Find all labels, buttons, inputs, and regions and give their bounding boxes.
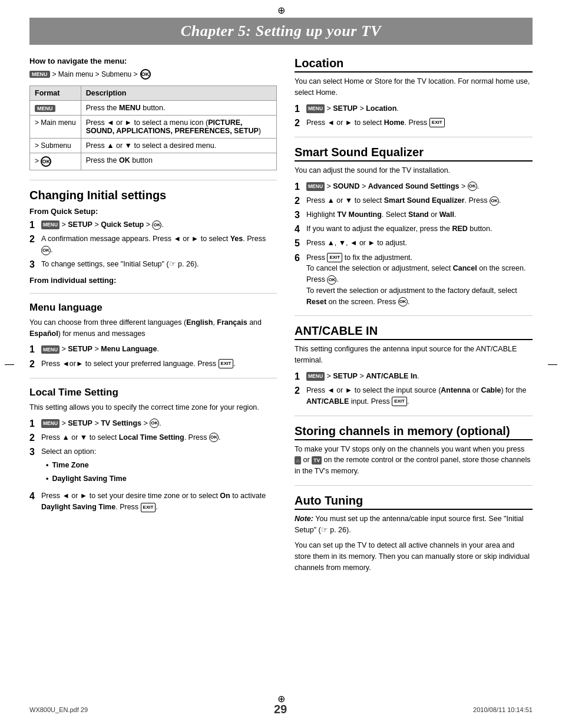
menu-btn: MENU bbox=[41, 345, 59, 354]
step-content: A confirmation message appears. Press ◄ … bbox=[41, 233, 277, 256]
step-content: Press ◄or► to select your preferred lang… bbox=[41, 358, 277, 370]
chapter-title: Chapter 5: Setting up your TV bbox=[29, 22, 533, 40]
step-number: 1 bbox=[29, 418, 38, 429]
table-row: > Submenu Press ▲ or ▼ to select a desir… bbox=[30, 139, 277, 153]
step-number: 3 bbox=[29, 259, 38, 270]
col-format: Format bbox=[30, 86, 81, 101]
exit-btn: EXIT bbox=[219, 359, 234, 368]
note-label: Note: bbox=[295, 515, 313, 523]
exit-btn: EXIT bbox=[141, 503, 156, 512]
ok-btn: OK bbox=[150, 419, 159, 428]
step: 1 MENU > SETUP > Quick Setup > OK. bbox=[29, 219, 277, 230]
divider bbox=[295, 137, 533, 137]
quick-setup-steps: 1 MENU > SETUP > Quick Setup > OK. 2 A c… bbox=[29, 219, 277, 270]
step: 1 MENU > SETUP > Location. bbox=[295, 103, 533, 114]
page-container: ⊕ — — ⊕ Chapter 5: Setting up your TV Ho… bbox=[0, 0, 562, 728]
bullet-item: Daylight Saving Time bbox=[46, 473, 277, 485]
nav-table: Format Description MENU Press the MENU b… bbox=[29, 85, 277, 170]
desc-ok: Press the OK button bbox=[81, 153, 276, 170]
divider bbox=[29, 378, 277, 378]
local-time-section: Local Time Setting This setting allows y… bbox=[29, 387, 277, 513]
tv-btn: TV bbox=[312, 456, 322, 465]
col-description: Description bbox=[81, 86, 276, 101]
exit-btn: EXIT bbox=[392, 397, 407, 406]
step-number: 4 bbox=[295, 223, 303, 235]
divider bbox=[295, 416, 533, 416]
page-footer: WX800U_EN.pdf 29 29 2010/08/11 10:14:51 bbox=[0, 703, 562, 716]
step-number: 2 bbox=[29, 432, 38, 443]
step-content: To change settings, see "Initial Setup" … bbox=[41, 259, 277, 270]
step-number: 1 bbox=[295, 371, 303, 382]
step: 3 To change settings, see "Initial Setup… bbox=[29, 259, 277, 270]
step-number: 5 bbox=[295, 238, 303, 249]
divider bbox=[295, 485, 533, 486]
step-number: 2 bbox=[295, 195, 303, 206]
menu-language-body: You can choose from three different lang… bbox=[29, 317, 277, 340]
format-ok: > OK bbox=[30, 153, 81, 170]
step-content: Press ◄ or ► to set your desire time zon… bbox=[41, 490, 277, 513]
smart-sound-heading: Smart Sound Equalizer bbox=[295, 146, 533, 162]
exit-btn: EXIT bbox=[429, 118, 445, 127]
location-section: Location You can select Home or Store fo… bbox=[295, 57, 533, 129]
right-side-mark: — bbox=[548, 359, 557, 370]
desc-submenu: Press ▲ or ▼ to select a desired menu. bbox=[81, 139, 276, 153]
table-row: > OK Press the OK button bbox=[30, 153, 277, 170]
step-content: MENU > SETUP > Location. bbox=[306, 103, 533, 114]
step-content: MENU > SETUP > Quick Setup > OK. bbox=[41, 219, 277, 230]
location-steps: 1 MENU > SETUP > Location. 2 Press ◄ or … bbox=[295, 103, 533, 129]
page-number: 29 bbox=[274, 703, 287, 716]
step-number: 4 bbox=[29, 490, 38, 502]
step: 1 MENU > SETUP > ANT/CABLE In. bbox=[295, 371, 533, 382]
step: 1 MENU > SOUND > Advanced Sound Settings… bbox=[295, 181, 533, 192]
desc-menu: Press the MENU button. bbox=[81, 101, 276, 116]
step: 2 Press ◄ or ► to select the input sourc… bbox=[295, 385, 533, 407]
changing-initial-heading: Changing Initial settings bbox=[29, 189, 277, 202]
step-number: 3 bbox=[29, 446, 38, 457]
step-content: Press ▲ or ▼ to select Local Time Settin… bbox=[41, 432, 277, 443]
step-content: MENU > SOUND > Advanced Sound Settings >… bbox=[306, 181, 533, 192]
divider bbox=[29, 293, 277, 294]
format-menu: MENU bbox=[30, 101, 81, 116]
step: 2 Press ◄or► to select your preferred la… bbox=[29, 358, 277, 370]
nav-path-text: > Main menu > Submenu > bbox=[52, 70, 138, 78]
menu-btn: MENU bbox=[306, 104, 325, 113]
step-number: 1 bbox=[295, 181, 303, 192]
nav-path: MENU > Main menu > Submenu > OK bbox=[29, 69, 277, 80]
format-mainmenu: > Main menu bbox=[30, 116, 81, 139]
auto-tuning-body: You can set up the TV to detect all acti… bbox=[295, 540, 533, 573]
step-number: 3 bbox=[295, 209, 303, 220]
ok-button-icon: OK bbox=[140, 69, 151, 80]
ok-btn: OK bbox=[327, 275, 336, 285]
menu-icon-small: MENU bbox=[35, 105, 55, 112]
right-column: Location You can select Home or Store fo… bbox=[295, 57, 533, 578]
left-column: How to navigate the menu: MENU > Main me… bbox=[29, 57, 277, 578]
bullet-list: Time Zone Daylight Saving Time bbox=[46, 460, 277, 485]
step-number: 1 bbox=[29, 219, 38, 230]
ok-btn: OK bbox=[490, 196, 499, 206]
ant-cable-body: This setting configures the antenna inpu… bbox=[295, 344, 533, 366]
step-content: Select an option: Time Zone Daylight Sav… bbox=[41, 446, 277, 487]
location-body: You can select Home or Store for the TV … bbox=[295, 76, 533, 98]
smart-sound-body: You can adjust the sound for the TV inst… bbox=[295, 165, 533, 176]
home-btn: ⌂ bbox=[295, 456, 301, 465]
menu-btn: MENU bbox=[41, 419, 59, 428]
step-content: Press ◄ or ► to select Home. Press EXIT bbox=[306, 117, 533, 129]
smart-sound-steps: 1 MENU > SOUND > Advanced Sound Settings… bbox=[295, 181, 533, 308]
step-number: 1 bbox=[295, 103, 303, 114]
local-time-body: This setting allows you to specify the c… bbox=[29, 402, 277, 413]
menu-language-steps: 1 MENU > SETUP > Menu Language. 2 Press … bbox=[29, 344, 277, 369]
footer-left: WX800U_EN.pdf 29 bbox=[29, 706, 88, 713]
step: 4 Press ◄ or ► to set your desire time z… bbox=[29, 490, 277, 513]
ok-btn: OK bbox=[41, 246, 51, 255]
ok-btn: OK bbox=[398, 297, 408, 307]
menu-btn: MENU bbox=[306, 372, 325, 381]
step-content: Press ▲ or ▼ to select Smart Sound Equal… bbox=[306, 195, 533, 206]
menu-btn: MENU bbox=[41, 220, 59, 229]
chapter-title-bar: Chapter 5: Setting up your TV bbox=[29, 18, 533, 45]
menu-language-heading: Menu language bbox=[29, 302, 277, 314]
step: 2 A confirmation message appears. Press … bbox=[29, 233, 277, 256]
step-number: 6 bbox=[295, 252, 303, 263]
from-individual-label: From individual setting: bbox=[29, 276, 277, 285]
menu-btn: MENU bbox=[306, 182, 325, 191]
divider bbox=[295, 315, 533, 316]
